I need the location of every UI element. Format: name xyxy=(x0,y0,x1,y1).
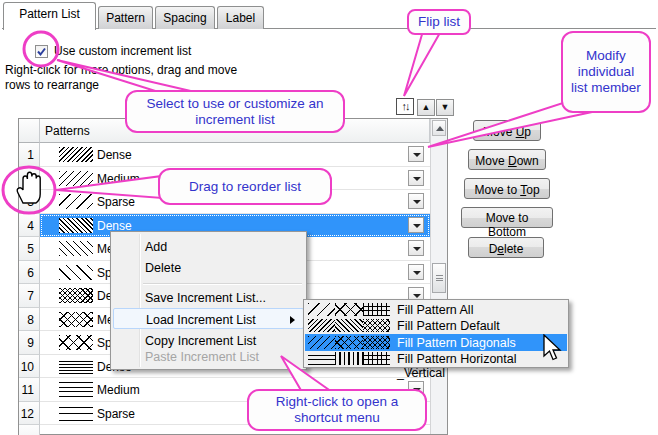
move-down-small-button[interactable]: ▼ xyxy=(436,99,454,116)
pattern-swatch-icon xyxy=(59,382,93,397)
up-triangle-icon: ▲ xyxy=(422,102,431,112)
pattern-swatch-icon xyxy=(59,194,93,209)
checkmark-icon xyxy=(36,46,47,57)
submenu-item-fill-pattern-all[interactable]: Fill Pattern All xyxy=(305,301,567,318)
delete-button[interactable]: Delete xyxy=(468,237,544,258)
down-arrow-icon xyxy=(413,153,421,157)
scrollbar-thumb[interactable] xyxy=(432,263,446,293)
move-to-bottom-button[interactable]: Move to Bottom xyxy=(461,207,553,228)
row-number-cell[interactable]: 12 xyxy=(19,402,40,426)
menu-separator xyxy=(143,283,302,285)
down-arrow-icon xyxy=(413,271,421,275)
submenu-item-fill-pattern-diagonals[interactable]: Fill Pattern Diagonals xyxy=(305,334,567,351)
row-number-cell[interactable]: 5 xyxy=(19,237,40,261)
menu-item-save-increment-list[interactable]: Save Increment List... xyxy=(113,287,304,308)
move-to-top-button[interactable]: Move to Top xyxy=(464,178,550,199)
hint-text: Right-click for more options, drag and m… xyxy=(5,63,237,93)
row-number-cell xyxy=(19,425,40,435)
scrollbar-up-button[interactable] xyxy=(432,120,446,136)
pattern-swatch-icon xyxy=(59,288,93,303)
fill-pattern-default-icon xyxy=(308,319,390,332)
move-down-button[interactable]: Move Down xyxy=(468,149,546,170)
pattern-swatch-icon xyxy=(59,359,93,374)
button-label: own xyxy=(517,154,539,168)
pattern-swatch-icon xyxy=(59,335,93,350)
callout-modify-individual-list-member: Modify individual list member xyxy=(561,31,651,113)
pattern-swatch-icon xyxy=(59,147,93,162)
hint-line-1: Right-click for more options, drag and m… xyxy=(5,63,237,78)
menu-item-load-increment-list[interactable]: Load Increment List xyxy=(113,308,304,329)
button-label: op xyxy=(526,183,539,197)
row-number-cell[interactable]: 6 xyxy=(19,261,40,285)
menu-item-paste-increment-list: Paste Increment List xyxy=(113,346,304,367)
load-increment-list-submenu: Fill Pattern All Fill Pattern Default Fi… xyxy=(303,299,569,368)
button-label: Move to xyxy=(486,211,529,225)
fill-pattern-all-icon xyxy=(308,303,390,316)
tab-spacing[interactable]: Spacing xyxy=(155,6,215,29)
pattern-name: Medium xyxy=(97,172,140,186)
callout-tail xyxy=(404,31,441,96)
callout-flip-list: Flip list xyxy=(407,9,471,35)
flip-list-button[interactable]: ↑↓ xyxy=(396,98,414,115)
submenu-item-label: Fill Pattern Default xyxy=(397,319,500,333)
submenu-item-fill-pattern-horizontal-vertical[interactable]: Fill Pattern Horizontal _Vertical xyxy=(305,351,567,368)
submenu-item-fill-pattern-default[interactable]: Fill Pattern Default xyxy=(305,318,567,335)
menu-item-add[interactable]: Add xyxy=(113,236,304,257)
row-number-cell[interactable]: 10 xyxy=(19,355,40,379)
row-number-cell[interactable]: 4 xyxy=(19,214,40,238)
dropdown-arrow-button[interactable] xyxy=(408,240,424,256)
dropdown-arrow-button[interactable] xyxy=(408,170,424,186)
checkbox-label: Use custom increment list xyxy=(54,44,191,58)
row-number-cell[interactable]: 2 xyxy=(19,167,40,191)
button-mnemonic: e xyxy=(497,242,504,256)
dropdown-arrow-button[interactable] xyxy=(408,264,424,280)
row-number-cell[interactable]: 7 xyxy=(19,284,40,308)
move-up-button[interactable]: Move Up xyxy=(473,120,541,141)
vertical-scrollbar[interactable] xyxy=(430,119,447,434)
tab-pattern[interactable]: Pattern xyxy=(98,6,153,29)
callout-select-increment-list: Select to use or customize an increment … xyxy=(125,90,345,133)
down-arrow-icon xyxy=(413,177,421,181)
menu-item-label: Load Increment List xyxy=(146,313,256,327)
context-menu: Add Delete Save Increment List... Load I… xyxy=(110,231,307,370)
dropdown-arrow-button[interactable] xyxy=(408,193,424,209)
callout-drag-to-reorder: Drag to reorder list xyxy=(158,168,332,205)
button-label: Move xyxy=(483,125,516,139)
pattern-swatch-icon xyxy=(59,171,93,186)
move-up-small-button[interactable]: ▲ xyxy=(417,99,435,116)
pattern-swatch-icon xyxy=(59,265,93,280)
submenu-item-label: Fill Pattern Horizontal _Vertical xyxy=(397,352,567,380)
pattern-name: Dense xyxy=(97,148,132,162)
fill-pattern-horizontal-vertical-icon xyxy=(308,352,390,365)
pattern-list-dialog: Pattern List Pattern Spacing Label Use c… xyxy=(0,0,658,435)
use-custom-increment-list-checkbox[interactable] xyxy=(35,45,48,58)
button-label: p xyxy=(524,125,531,139)
fill-pattern-diagonals-icon xyxy=(308,336,390,349)
pattern-swatch-icon xyxy=(59,241,93,256)
down-arrow-icon xyxy=(413,294,421,298)
row-number-header xyxy=(19,119,40,143)
dropdown-arrow-button[interactable] xyxy=(408,146,424,162)
callout-right-click-shortcut-menu: Right-click to open a shortcut menu xyxy=(247,389,427,431)
menu-item-delete[interactable]: Delete xyxy=(113,257,304,278)
submenu-item-label: Fill Pattern Diagonals xyxy=(397,336,516,350)
down-triangle-icon: ▼ xyxy=(441,102,450,112)
up-arrow-icon xyxy=(436,126,444,131)
row-number-cell[interactable]: 1 xyxy=(19,143,40,167)
grip-icon xyxy=(436,275,443,281)
button-label: lete xyxy=(504,242,523,256)
row-number-cell[interactable]: 8 xyxy=(19,308,40,332)
button-mnemonic: D xyxy=(508,154,517,168)
flip-arrows-icon: ↑↓ xyxy=(402,100,409,112)
row-number-cell[interactable]: 3 xyxy=(19,190,40,214)
tab-label[interactable]: Label xyxy=(217,6,264,29)
dropdown-arrow-button[interactable] xyxy=(408,217,424,233)
table-row[interactable]: 1 Dense xyxy=(19,143,430,167)
pattern-name: Medium xyxy=(97,383,140,397)
button-label: Move xyxy=(475,154,508,168)
row-number-cell[interactable]: 11 xyxy=(19,378,40,402)
pattern-name: Sparse xyxy=(97,407,135,421)
tab-pattern-list[interactable]: Pattern List xyxy=(3,2,96,30)
row-number-cell[interactable]: 9 xyxy=(19,331,40,355)
down-arrow-icon xyxy=(413,247,421,251)
